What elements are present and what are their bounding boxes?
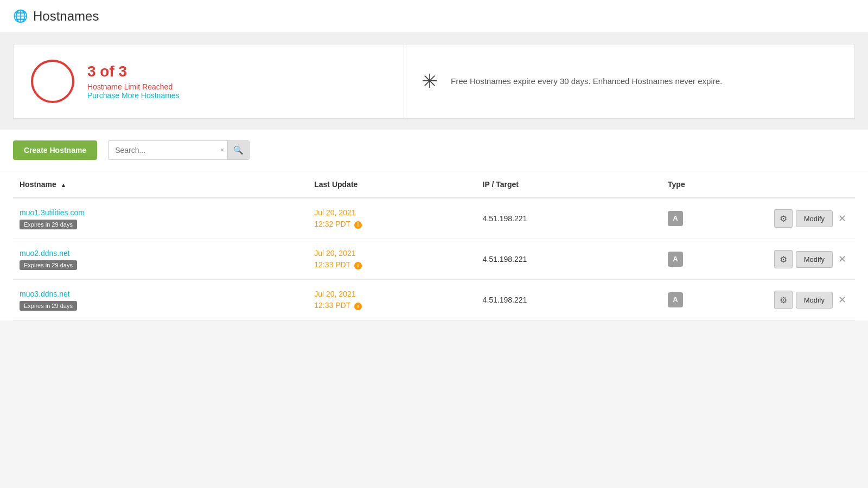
expires-badge: Expires in 29 days	[20, 260, 77, 270]
delete-button[interactable]: ✕	[836, 253, 848, 265]
col-header-last-update: Last Update	[308, 171, 476, 198]
asterisk-icon: ✳	[422, 70, 438, 93]
hostnames-table-container: Hostname ▲ Last Update IP / Target Type …	[0, 171, 868, 320]
gear-button[interactable]: ⚙	[774, 250, 793, 268]
hostname-cell: muo3.ddns.net Expires in 29 days	[13, 280, 308, 320]
action-buttons: ⚙ Modify ✕	[752, 250, 848, 268]
last-update-cell: Jul 20, 2021 12:33 PDT i	[308, 280, 476, 320]
hostname-cell: muo2.ddns.net Expires in 29 days	[13, 239, 308, 280]
table-body: muo1.3utilities.com Expires in 29 days J…	[13, 198, 855, 320]
actions-cell: ⚙ Modify ✕	[745, 280, 855, 320]
actions-cell: ⚙ Modify ✕	[745, 198, 855, 239]
page-title: Hostnames	[33, 9, 99, 24]
toolbar: Create Hostname × 🔍	[0, 130, 868, 171]
delete-button[interactable]: ✕	[836, 213, 848, 224]
actions-cell: ⚙ Modify ✕	[745, 239, 855, 280]
type-cell: A	[661, 239, 745, 280]
gear-button[interactable]: ⚙	[774, 209, 793, 228]
create-hostname-button[interactable]: Create Hostname	[13, 140, 97, 160]
ip-cell: 4.51.198.221	[476, 198, 661, 239]
search-icon: 🔍	[233, 145, 244, 155]
col-header-ip-target: IP / Target	[476, 171, 661, 198]
sort-icon: ▲	[61, 182, 67, 188]
hostname-cell: muo1.3utilities.com Expires in 29 days	[13, 198, 308, 239]
table-row: muo1.3utilities.com Expires in 29 days J…	[13, 198, 855, 239]
action-buttons: ⚙ Modify ✕	[752, 291, 848, 309]
search-input[interactable]	[108, 142, 217, 159]
table-header: Hostname ▲ Last Update IP / Target Type	[13, 171, 855, 198]
usage-card-text: 3 of 3 Hostname Limit Reached Purchase M…	[87, 63, 180, 100]
type-badge: A	[668, 292, 683, 307]
usage-circle	[31, 60, 74, 103]
ip-cell: 4.51.198.221	[476, 239, 661, 280]
info-icon[interactable]: i	[354, 221, 362, 229]
hostnames-table: Hostname ▲ Last Update IP / Target Type …	[13, 171, 855, 320]
type-badge: A	[668, 252, 683, 267]
info-icon[interactable]: i	[354, 262, 362, 269]
hostname-link[interactable]: muo1.3utilities.com	[20, 208, 301, 217]
usage-count: 3 of 3	[87, 63, 180, 80]
hostname-link[interactable]: muo3.ddns.net	[20, 290, 301, 298]
type-badge: A	[668, 211, 683, 226]
expires-badge: Expires in 29 days	[20, 301, 77, 311]
search-clear-button[interactable]: ×	[217, 146, 227, 154]
type-cell: A	[661, 198, 745, 239]
last-update-cell: Jul 20, 2021 12:32 PDT i	[308, 198, 476, 239]
col-header-type: Type	[661, 171, 745, 198]
ip-cell: 4.51.198.221	[476, 280, 661, 320]
search-submit-button[interactable]: 🔍	[227, 141, 249, 159]
update-date: Jul 20, 2021 12:33 PDT i	[314, 288, 469, 311]
expires-badge: Expires in 29 days	[20, 220, 77, 229]
modify-button[interactable]: Modify	[796, 292, 833, 309]
type-cell: A	[661, 280, 745, 320]
usage-card: 3 of 3 Hostname Limit Reached Purchase M…	[13, 44, 404, 119]
modify-button[interactable]: Modify	[796, 210, 833, 227]
page-header: 🌐 Hostnames	[0, 0, 868, 33]
search-wrapper: × 🔍	[108, 140, 250, 160]
col-header-actions	[745, 171, 855, 198]
delete-button[interactable]: ✕	[836, 294, 848, 306]
expiry-info-card: ✳ Free Hostnames expire every 30 days. E…	[404, 44, 855, 119]
info-cards-row: 3 of 3 Hostname Limit Reached Purchase M…	[0, 33, 868, 130]
last-update-cell: Jul 20, 2021 12:33 PDT i	[308, 239, 476, 280]
limit-label: Hostname Limit Reached	[87, 82, 180, 91]
table-row: muo2.ddns.net Expires in 29 days Jul 20,…	[13, 239, 855, 280]
gear-button[interactable]: ⚙	[774, 291, 793, 309]
expiry-note: Free Hostnames expire every 30 days. Enh…	[451, 75, 722, 88]
update-date: Jul 20, 2021 12:32 PDT i	[314, 207, 469, 230]
globe-icon: 🌐	[13, 9, 28, 23]
modify-button[interactable]: Modify	[796, 251, 833, 268]
action-buttons: ⚙ Modify ✕	[752, 209, 848, 228]
update-date: Jul 20, 2021 12:33 PDT i	[314, 248, 469, 271]
info-icon[interactable]: i	[354, 303, 362, 310]
purchase-link[interactable]: Purchase More Hostnames	[87, 91, 180, 100]
table-row: muo3.ddns.net Expires in 29 days Jul 20,…	[13, 280, 855, 320]
col-header-hostname[interactable]: Hostname ▲	[13, 171, 308, 198]
hostname-link[interactable]: muo2.ddns.net	[20, 249, 301, 258]
